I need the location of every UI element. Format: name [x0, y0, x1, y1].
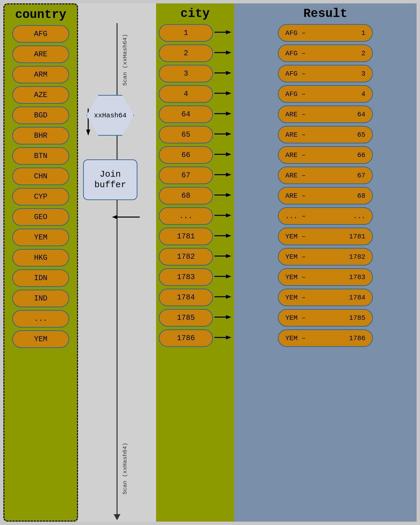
result-right-15: 1786 [349, 334, 365, 342]
city-arrow-11 [214, 253, 231, 261]
country-pill-15: YEM [12, 330, 69, 348]
country-pill-10: YEM [12, 229, 69, 246]
country-pill-0: AFG [12, 25, 69, 43]
country-pill-6: BTN [12, 147, 69, 165]
country-pill-14: ... [12, 310, 69, 328]
result-right-7: 67 [357, 172, 365, 179]
city-arrow-4 [214, 110, 231, 119]
arrow-icon [214, 253, 231, 259]
arrow-icon [214, 314, 231, 320]
arrow-icon [214, 49, 231, 56]
city-pill-13: 1784 [159, 289, 213, 306]
country-pill-2: ARM [12, 66, 69, 83]
arrow-icon [214, 29, 231, 36]
svg-marker-9 [226, 51, 231, 55]
city-row-12: 1783 [159, 268, 231, 286]
svg-marker-11 [226, 71, 231, 75]
country-pill-9: GEO [12, 208, 69, 226]
svg-marker-37 [226, 335, 231, 339]
result-left-0: AFG – [285, 29, 306, 37]
middle-column: Scan (xxHash64) Scan (xxHash64) xxHash64… [78, 3, 156, 522]
city-row-14: 1785 [159, 309, 231, 327]
city-pill-2: 3 [159, 65, 213, 82]
svg-marker-29 [226, 254, 231, 258]
arrow-icon [214, 232, 231, 239]
city-arrow-8 [214, 192, 231, 200]
join-buffer-label: Joinbuffer [94, 169, 126, 190]
result-left-5: ARE – [285, 131, 306, 139]
svg-marker-25 [226, 213, 231, 217]
result-right-13: 1784 [349, 294, 365, 302]
result-pill-1: AFG –2 [278, 44, 373, 62]
result-pill-13: YEM –1784 [278, 289, 373, 306]
city-pill-12: 1783 [159, 268, 213, 286]
result-right-1: 2 [361, 50, 365, 57]
city-pill-5: 65 [159, 126, 213, 143]
result-title: Result [303, 7, 347, 21]
scan-label-bottom: Scan (xxHash64) [122, 443, 128, 494]
city-pill-8: 68 [159, 187, 213, 205]
result-pill-8: ARE –68 [278, 187, 373, 205]
result-pill-14: YEM –1785 [278, 309, 373, 327]
result-left-8: ARE – [285, 192, 306, 200]
city-pill-0: 1 [159, 24, 213, 42]
arrow-icon [214, 131, 231, 137]
result-left-3: AFG – [285, 90, 306, 98]
svg-marker-7 [226, 30, 231, 34]
svg-marker-13 [226, 91, 231, 95]
country-pill-13: IND [12, 290, 69, 307]
hash-box: xxHash64 [83, 95, 137, 136]
country-pill-11: HKG [12, 249, 69, 267]
arrow-icon [214, 151, 231, 158]
result-right-4: 64 [357, 111, 365, 118]
result-pill-6: ARE –66 [278, 146, 373, 164]
arrow-icon [214, 293, 231, 300]
city-row-0: 1 [159, 24, 231, 42]
city-pill-10: 1781 [159, 228, 213, 245]
result-right-10: 1781 [349, 233, 365, 240]
scan-label-top: Scan (xxHash64) [122, 34, 128, 86]
result-left-1: AFG – [285, 50, 306, 57]
result-pill-10: YEM –1781 [278, 228, 373, 245]
city-pill-3: 4 [159, 85, 213, 103]
result-right-14: 1785 [349, 314, 365, 322]
svg-marker-17 [226, 132, 231, 136]
result-right-2: 3 [361, 70, 365, 78]
arrow-icon [214, 334, 231, 341]
city-arrow-10 [214, 232, 231, 241]
country-pill-3: AZE [12, 86, 69, 104]
city-row-15: 1786 [159, 329, 231, 347]
city-pill-1: 2 [159, 44, 213, 62]
result-left-15: YEM – [285, 334, 306, 342]
country-column: country AFGAREARMAZEBGDBHRBTNCHNCYPGEOYE… [3, 3, 78, 522]
city-arrow-14 [214, 314, 231, 322]
city-arrow-12 [214, 273, 231, 281]
result-left-11: YEM – [285, 253, 306, 261]
result-right-6: 66 [357, 151, 365, 159]
result-right-11: 1782 [349, 253, 365, 261]
country-pill-4: BGD [12, 106, 69, 124]
city-pill-15: 1786 [159, 329, 213, 347]
svg-marker-31 [226, 274, 231, 278]
result-right-9: ... [353, 212, 365, 220]
city-row-2: 3 [159, 65, 231, 82]
result-pill-7: ARE –67 [278, 167, 373, 184]
result-pill-5: ARE –65 [278, 126, 373, 143]
city-arrow-7 [214, 171, 231, 180]
result-right-8: 68 [357, 192, 365, 200]
city-arrow-5 [214, 131, 231, 139]
city-pill-6: 66 [159, 146, 213, 164]
city-arrow-15 [214, 334, 231, 343]
country-pill-8: CYP [12, 188, 69, 206]
result-left-12: YEM – [285, 273, 306, 281]
city-arrow-6 [214, 151, 231, 159]
arrow-icon [214, 110, 231, 117]
hash-label: xxHash64 [94, 112, 127, 119]
country-pill-12: IDN [12, 269, 69, 287]
hexagon: xxHash64 [87, 95, 134, 136]
svg-marker-21 [226, 173, 231, 177]
result-left-13: YEM – [285, 294, 306, 302]
city-arrow-3 [214, 90, 231, 98]
city-arrow-9 [214, 212, 231, 220]
city-pill-11: 1782 [159, 248, 213, 266]
